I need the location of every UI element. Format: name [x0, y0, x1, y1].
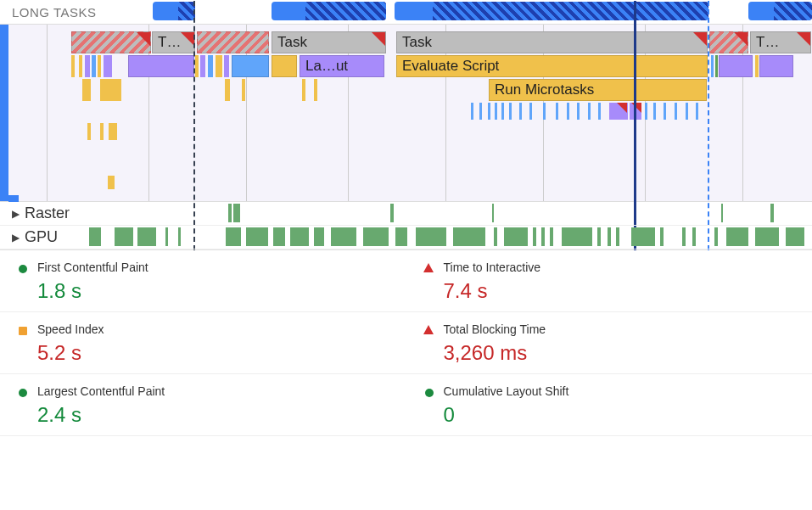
raster-thread-row[interactable]: ▶ Raster	[0, 202, 812, 226]
yellow-bar[interactable]: Evaluate Script	[396, 55, 708, 77]
task-hatch-bar[interactable]	[709, 31, 748, 53]
tiny-bar[interactable]	[71, 55, 75, 77]
tiny-bar[interactable]	[85, 79, 90, 101]
tiny-bar[interactable]	[79, 55, 82, 77]
tiny-bar[interactable]	[100, 123, 104, 140]
purple-bar[interactable]	[128, 55, 194, 77]
gpu-bar[interactable]	[786, 227, 804, 246]
metric-card[interactable]: First Contentful Paint1.8 s	[0, 250, 406, 312]
tiny-bar[interactable]	[509, 103, 512, 120]
tiny-bar[interactable]	[755, 55, 759, 77]
tiny-bar[interactable]	[686, 103, 688, 120]
gpu-bar[interactable]	[178, 227, 181, 246]
tiny-bar[interactable]	[87, 123, 91, 140]
gpu-bar[interactable]	[395, 227, 407, 246]
metric-card[interactable]: Time to Interactive7.4 s	[406, 250, 813, 312]
raster-bar[interactable]	[721, 204, 723, 222]
raster-bar[interactable]	[390, 204, 394, 222]
gpu-bar[interactable]	[660, 227, 664, 246]
purple-bar[interactable]	[759, 55, 793, 77]
tiny-bar[interactable]	[242, 79, 245, 101]
tiny-bar[interactable]	[224, 55, 229, 77]
long-task-bar[interactable]	[153, 2, 195, 20]
tiny-bar[interactable]	[567, 103, 569, 120]
gpu-bar[interactable]	[682, 227, 686, 246]
tiny-bar[interactable]	[711, 55, 714, 77]
tiny-bar[interactable]	[104, 55, 112, 77]
gpu-bar[interactable]	[453, 227, 485, 246]
tiny-bar[interactable]	[495, 103, 497, 120]
tiny-bar[interactable]	[471, 103, 473, 120]
gpu-bar[interactable]	[541, 227, 545, 246]
task-bar[interactable]: T…	[750, 31, 811, 53]
tiny-bar[interactable]	[653, 103, 656, 120]
metric-card[interactable]: Cumulative Layout Shift0	[406, 374, 813, 436]
task-bar[interactable]: Task	[396, 31, 708, 53]
gpu-bar[interactable]	[533, 227, 536, 246]
gpu-bar[interactable]	[273, 227, 285, 246]
metric-card[interactable]: Total Blocking Time3,260 ms	[406, 312, 813, 374]
gpu-bar[interactable]	[115, 227, 133, 246]
gpu-bar[interactable]	[363, 227, 389, 246]
tiny-bar[interactable]	[314, 79, 317, 101]
gpu-bar[interactable]	[226, 227, 241, 246]
task-bar[interactable]: T…	[152, 31, 195, 53]
tiny-bar[interactable]	[100, 79, 121, 101]
task-bar[interactable]: Task	[272, 31, 386, 53]
gpu-bar[interactable]	[692, 227, 696, 246]
tiny-bar[interactable]	[302, 79, 305, 101]
gpu-bar[interactable]	[137, 227, 156, 246]
metric-card[interactable]: Largest Contentful Paint2.4 s	[0, 374, 406, 436]
tiny-bar[interactable]	[109, 123, 117, 140]
raster-bar[interactable]	[233, 204, 240, 222]
tiny-bar[interactable]	[85, 55, 90, 77]
tiny-bar[interactable]	[529, 103, 532, 120]
tiny-bar[interactable]	[216, 55, 222, 77]
gpu-bar[interactable]	[755, 227, 779, 246]
gpu-bar[interactable]	[597, 227, 601, 246]
yellow-bar[interactable]: Run Microtasks	[489, 79, 707, 101]
tiny-bar[interactable]	[696, 103, 698, 120]
tiny-bar[interactable]	[200, 55, 205, 77]
yellow-bar[interactable]	[272, 55, 297, 77]
tiny-bar[interactable]	[645, 103, 647, 120]
purple-bar[interactable]	[719, 55, 753, 77]
raster-bar[interactable]	[492, 204, 494, 222]
raster-bar[interactable]	[770, 204, 774, 222]
tiny-bar[interactable]	[588, 103, 591, 120]
task-hatch-bar[interactable]	[71, 31, 151, 53]
raster-bar[interactable]	[228, 204, 232, 222]
tiny-bar[interactable]	[488, 103, 490, 120]
gpu-bar[interactable]	[504, 227, 528, 246]
tiny-bar[interactable]	[92, 55, 96, 77]
gpu-bar[interactable]	[562, 227, 592, 246]
gpu-bar[interactable]	[631, 227, 655, 246]
gpu-bar[interactable]	[165, 227, 168, 246]
tiny-bar[interactable]	[556, 103, 558, 120]
tiny-bar[interactable]	[664, 103, 666, 120]
tiny-bar[interactable]	[108, 176, 115, 189]
tiny-bar[interactable]	[577, 103, 580, 120]
tiny-bar[interactable]	[98, 55, 101, 77]
tiny-bar[interactable]	[715, 55, 718, 77]
tiny-bar[interactable]	[225, 79, 230, 101]
gpu-bar[interactable]	[714, 227, 718, 246]
tiny-bar[interactable]	[501, 103, 504, 120]
gpu-bar[interactable]	[416, 227, 446, 246]
tiny-bar[interactable]	[519, 103, 522, 120]
long-task-bar[interactable]	[395, 2, 708, 20]
gpu-bar[interactable]	[331, 227, 356, 246]
long-task-bar[interactable]	[272, 2, 386, 20]
gpu-thread-row[interactable]: ▶ GPU	[0, 226, 812, 249]
gpu-bar[interactable]	[290, 227, 309, 246]
blue-bar[interactable]	[232, 55, 269, 77]
gpu-bar[interactable]	[550, 227, 553, 246]
tiny-bar[interactable]	[598, 103, 601, 120]
tiny-bar[interactable]	[195, 55, 199, 77]
long-task-bar[interactable]	[748, 2, 812, 20]
task-hatch-bar[interactable]	[197, 31, 269, 53]
tiny-bar[interactable]	[543, 103, 546, 120]
gpu-bar[interactable]	[608, 227, 611, 246]
metric-card[interactable]: Speed Index5.2 s	[0, 312, 406, 374]
flame-chart[interactable]: T…TaskTaskT… La…utEvaluate Script Run Mi…	[0, 24, 812, 202]
